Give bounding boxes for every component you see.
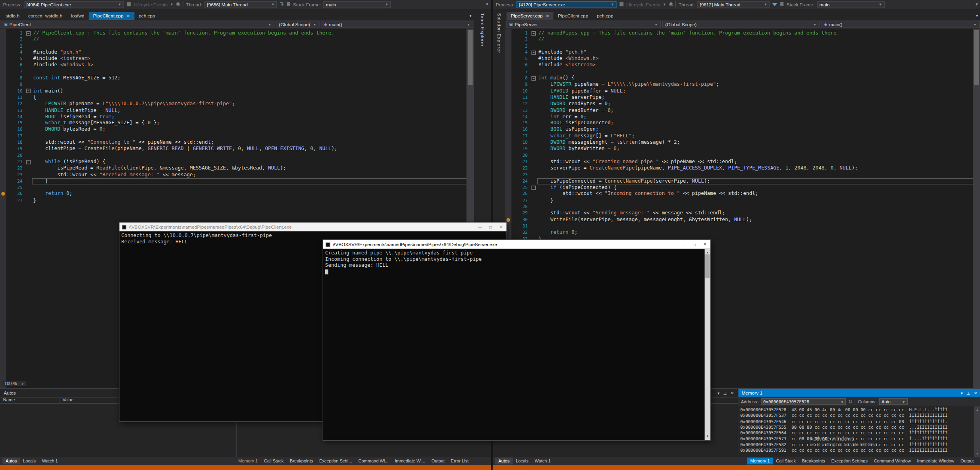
list-icon[interactable]: ≣ bbox=[780, 2, 784, 7]
minimize-icon[interactable]: — bbox=[678, 240, 689, 249]
maximize-icon[interactable]: □ bbox=[485, 223, 496, 231]
code-line[interactable]: 22 isPipeRead = ReadFile(clientPipe, &me… bbox=[0, 165, 474, 171]
project-dropdown[interactable]: ▣ PipeClient ▼ bbox=[1, 21, 275, 28]
tool-tab[interactable]: Locals bbox=[513, 458, 532, 464]
console-output[interactable]: ▲ ▼ Creating named pipe \\.\pipe\mantvyd… bbox=[323, 249, 710, 440]
code-line[interactable]: 6#include <Windows.h> bbox=[0, 62, 474, 69]
code-line[interactable]: 29 std::wcout << "Sending message: " << … bbox=[505, 210, 980, 217]
pin-icon[interactable]: ⊥ bbox=[723, 390, 727, 395]
doc-tab[interactable]: corecrt_wstdio.h bbox=[24, 12, 67, 20]
code-line[interactable]: 20 bbox=[505, 152, 980, 159]
breakpoint-margin[interactable] bbox=[0, 133, 6, 139]
breakpoint-margin[interactable] bbox=[505, 30, 511, 37]
code-line[interactable]: 2// bbox=[505, 37, 980, 43]
member-dropdown[interactable]: ◆ main() ▼ bbox=[321, 21, 473, 28]
process-grid-icon[interactable]: ▦ bbox=[126, 2, 131, 7]
breakpoint-margin[interactable] bbox=[0, 185, 6, 191]
code-line[interactable]: 5#include <Windows.h> bbox=[505, 56, 980, 62]
member-dropdown[interactable]: ◆ main() ▼ bbox=[821, 21, 980, 28]
breakpoint-margin[interactable] bbox=[505, 197, 511, 204]
breakpoint-margin[interactable] bbox=[0, 49, 6, 56]
breakpoint-margin[interactable] bbox=[505, 204, 511, 210]
breakpoint-margin[interactable] bbox=[505, 185, 511, 191]
breakpoint-margin[interactable] bbox=[505, 139, 511, 146]
breakpoint-margin[interactable] bbox=[505, 152, 511, 159]
breakpoint-margin[interactable] bbox=[505, 69, 511, 75]
close-icon[interactable]: ✕ bbox=[700, 240, 710, 249]
refresh-icon[interactable]: ↻ bbox=[848, 399, 853, 405]
memory-scrollbar[interactable]: ▲ ▼ bbox=[974, 406, 980, 457]
breakpoint-margin[interactable] bbox=[0, 159, 6, 165]
fold-collapse-icon[interactable]: − bbox=[26, 89, 31, 93]
scope-dropdown[interactable]: (Global Scope) ▼ bbox=[662, 21, 820, 28]
process-dropdown[interactable]: [4984] PipeClient.exe ▼ bbox=[24, 1, 124, 8]
code-line[interactable]: 9 LPCWSTR pipeName = L"\\\\.\\pipe\\mant… bbox=[505, 81, 980, 88]
memory-rows[interactable]: 0x000000E43057F528 48 00 45 00 4c 00 4c … bbox=[739, 406, 980, 457]
tool-tab[interactable]: Breakpoints bbox=[287, 458, 316, 464]
tool-tab[interactable]: Command Window bbox=[871, 458, 914, 464]
code-line[interactable]: 6#include <iostream> bbox=[505, 62, 980, 69]
tool-tab[interactable]: Autos bbox=[2, 458, 20, 464]
stack-frame-dropdown[interactable]: main ▼ bbox=[323, 1, 391, 8]
breakpoint-margin[interactable] bbox=[0, 178, 6, 184]
code-line[interactable]: 22 serverPipe = CreateNamedPipe(pipeName… bbox=[505, 165, 980, 171]
code-line[interactable]: 30 WriteFile(serverPipe, message, messag… bbox=[505, 217, 980, 223]
code-line[interactable]: 25 bbox=[0, 185, 474, 191]
fold-collapse-icon[interactable]: − bbox=[26, 160, 31, 164]
code-line[interactable]: 18 std::wcout << "Connecting to " << pip… bbox=[0, 139, 474, 146]
scrollbar-thumb[interactable] bbox=[705, 254, 710, 278]
breakpoint-margin[interactable] bbox=[0, 88, 6, 94]
tool-tab[interactable]: Watch 1 bbox=[39, 458, 61, 464]
breakpoint-margin[interactable] bbox=[505, 178, 511, 184]
breakpoint-margin[interactable] bbox=[505, 210, 511, 217]
breakpoint-margin[interactable] bbox=[505, 165, 511, 171]
tool-tab[interactable]: Command Wi... bbox=[355, 458, 392, 464]
code-line[interactable]: 11{ bbox=[0, 94, 474, 101]
breakpoint-margin[interactable] bbox=[0, 191, 6, 197]
tab-list-chevron-icon[interactable]: ▾ bbox=[470, 13, 472, 17]
breakpoint-margin[interactable] bbox=[505, 94, 511, 101]
code-line[interactable]: 26 return 0; bbox=[0, 191, 474, 197]
close-icon[interactable]: ✕ bbox=[496, 223, 507, 231]
code-line[interactable]: 21− while (isPipeRead) { bbox=[0, 159, 474, 165]
breakpoint-margin[interactable] bbox=[505, 159, 511, 165]
breakpoint-margin[interactable] bbox=[0, 75, 6, 81]
code-line[interactable]: 14 int err = 0; bbox=[505, 114, 980, 120]
minimize-icon[interactable]: — bbox=[475, 223, 485, 231]
console-title-bar[interactable]: \\VBOXSVR\Experiments\namedPipes\namedPi… bbox=[120, 223, 507, 231]
scroll-up-icon[interactable]: ▲ bbox=[976, 407, 978, 413]
code-line[interactable]: 20 bbox=[0, 152, 474, 159]
doc-tab[interactable]: PipeClient.cpp✕ bbox=[89, 12, 135, 20]
editor-scrollbar[interactable] bbox=[973, 29, 980, 388]
scroll-down-icon[interactable]: ▼ bbox=[976, 451, 978, 457]
thread-dropdown[interactable]: [9656] Main Thread ▼ bbox=[204, 1, 277, 8]
tool-tab[interactable]: Call Stack bbox=[773, 458, 799, 464]
code-line[interactable]: 17 wchar_t message[] = L"HELL"; bbox=[505, 133, 980, 139]
close-icon[interactable]: ✕ bbox=[731, 390, 734, 395]
fold-collapse-icon[interactable]: − bbox=[26, 31, 31, 35]
code-line[interactable]: 28 bbox=[505, 204, 980, 210]
breakpoint-margin[interactable] bbox=[0, 171, 6, 178]
lifecycle-events-button[interactable]: Lifecycle Events bbox=[134, 2, 168, 7]
stack-frame-dropdown[interactable]: main ▼ bbox=[817, 1, 884, 8]
code-line[interactable]: 10 LPVOID pipeBuffer = NULL; bbox=[505, 88, 980, 94]
pin-icon[interactable]: ⊥ bbox=[966, 390, 970, 395]
breakpoint-margin[interactable] bbox=[0, 127, 6, 133]
doc-tab[interactable]: pch.cpp bbox=[134, 12, 159, 20]
scrollbar-thumb[interactable] bbox=[974, 30, 979, 85]
code-line[interactable]: 8−int main() { bbox=[505, 75, 980, 81]
breakpoint-margin[interactable] bbox=[505, 127, 511, 133]
code-line[interactable]: 23 std::wcout << "Received message: " <<… bbox=[0, 171, 474, 178]
code-line[interactable]: 27} bbox=[0, 197, 474, 204]
toolbar-overflow-icon[interactable]: ▼ bbox=[975, 2, 978, 6]
code-line[interactable]: 12 DWORD readBytes = 0; bbox=[505, 101, 980, 107]
doc-tab[interactable]: iosfwd bbox=[67, 12, 89, 20]
breakpoint-margin[interactable] bbox=[0, 62, 6, 69]
breakpoint-margin[interactable] bbox=[0, 114, 6, 120]
lifecycle-events-button[interactable]: Lifecycle Events bbox=[626, 2, 660, 7]
window-position-icon[interactable]: ▾ bbox=[718, 390, 720, 395]
code-line[interactable]: 4−#include "pch.h" bbox=[505, 49, 980, 56]
code-line[interactable]: 18 DWORD messageLenght = lstrlen(message… bbox=[505, 139, 980, 146]
breakpoint-margin[interactable] bbox=[0, 56, 6, 62]
list-icon[interactable]: ≣ bbox=[286, 2, 291, 7]
